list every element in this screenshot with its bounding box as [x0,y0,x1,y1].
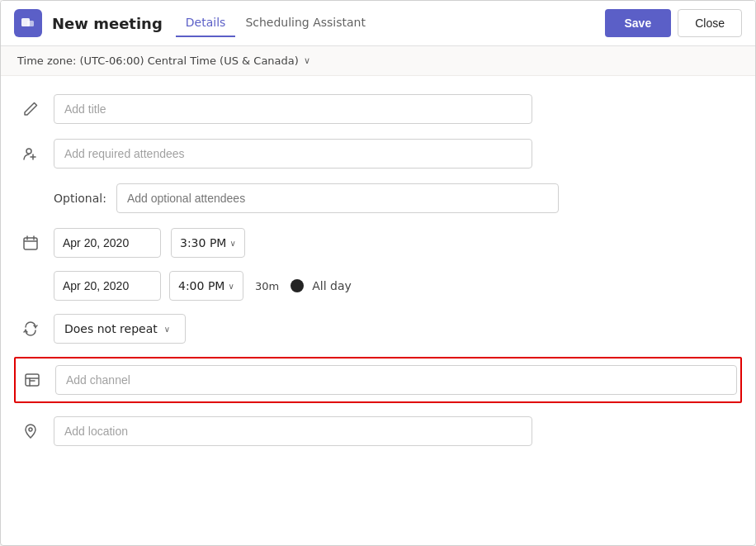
repeat-chevron-icon: ∨ [164,325,170,334]
allday-toggle[interactable] [291,279,304,292]
attendees-input[interactable] [54,139,532,169]
optional-attendees-input[interactable] [116,183,559,213]
title-input[interactable] [54,94,532,124]
channel-icon [19,367,45,393]
repeat-row: Does not repeat ∨ [17,309,739,349]
close-button[interactable]: Close [678,9,742,37]
app-icon [14,9,42,37]
tab-details[interactable]: Details [176,9,236,37]
start-time-value: 3:30 PM [180,236,226,249]
end-date-input[interactable] [54,271,161,301]
timezone-label: Time zone: (UTC-06:00) Central Time (US … [17,55,299,67]
end-time-chevron-icon: ∨ [228,282,234,291]
header: New meeting Details Scheduling Assistant… [1,1,755,46]
channel-row [14,357,742,403]
repeat-value: Does not repeat [64,322,158,335]
svg-point-2 [26,149,31,154]
svg-rect-3 [24,238,37,249]
optional-attendees-row: Optional: [17,178,739,218]
duration-badge: 30m [252,280,282,292]
start-date-input[interactable] [54,228,161,258]
save-button[interactable]: Save [605,9,672,37]
timezone-bar[interactable]: Time zone: (UTC-06:00) Central Time (US … [1,46,755,76]
channel-input[interactable] [55,365,737,395]
location-icon [17,418,44,444]
meeting-window: New meeting Details Scheduling Assistant… [0,0,756,546]
svg-rect-1 [27,21,34,26]
repeat-select[interactable]: Does not repeat ∨ [54,314,186,344]
title-row [17,89,739,129]
header-actions: Save Close [605,9,743,37]
start-time-chevron-icon: ∨ [229,239,235,248]
form-area: Optional: 3:30 PM ∨ 4:00 PM ∨ [1,76,755,545]
timezone-chevron-icon: ∨ [304,55,310,66]
attendees-icon [17,140,44,167]
allday-label: All day [312,279,352,292]
location-input[interactable] [54,416,532,446]
svg-rect-4 [26,374,39,386]
end-datetime-row: 4:00 PM ∨ 30m All day [17,268,739,304]
location-row [17,411,739,451]
window-title: New meeting [52,15,163,32]
svg-point-5 [29,428,32,431]
calendar-icon [17,230,44,256]
pencil-icon [17,96,44,122]
optional-label: Optional: [54,192,106,205]
end-time-select[interactable]: 4:00 PM ∨ [169,271,243,301]
start-datetime-row: 3:30 PM ∨ [17,223,739,263]
tab-scheduling[interactable]: Scheduling Assistant [235,9,376,37]
header-tabs: Details Scheduling Assistant [176,9,595,37]
end-time-value: 4:00 PM [178,279,224,292]
start-time-select[interactable]: 3:30 PM ∨ [171,228,245,258]
repeat-icon [17,316,44,342]
attendees-row [17,134,739,173]
